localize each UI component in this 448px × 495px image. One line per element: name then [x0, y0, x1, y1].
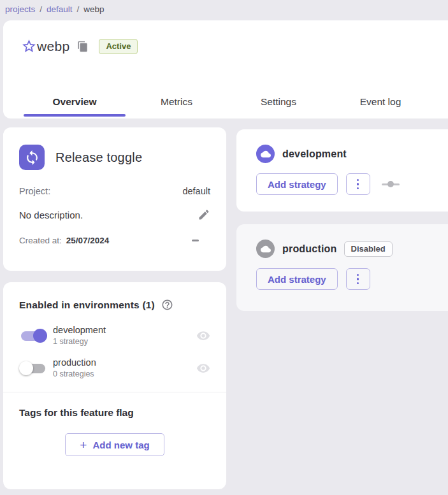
pencil-icon [198, 208, 210, 221]
env-name: development [53, 325, 106, 335]
development-toggle[interactable] [19, 328, 47, 343]
add-new-tag-label: Add new tag [92, 440, 149, 450]
production-toggle[interactable] [19, 361, 47, 376]
project-row: Project: default [19, 186, 210, 196]
environment-name: development [282, 148, 347, 160]
env-row-production: production 0 strategies [19, 357, 210, 378]
panel-header: production Disabled [256, 240, 448, 258]
environment-cloud-icon [256, 145, 275, 163]
copy-icon [77, 41, 89, 52]
page-title: webp [37, 39, 69, 54]
star-outline-icon [21, 38, 37, 54]
environments-title-row: Enabled in environments (1) [19, 299, 210, 311]
tab-event-log[interactable]: Event log [329, 85, 431, 118]
eye-icon [196, 361, 210, 375]
feature-title-row: webp Active [21, 38, 138, 54]
environment-cloud-icon [256, 240, 275, 258]
kebab-menu-icon [357, 274, 359, 276]
add-strategy-button[interactable]: Add strategy [256, 268, 338, 290]
breadcrumb-separator: / [40, 4, 42, 14]
help-button[interactable] [161, 299, 173, 311]
env-meta: production 0 strategies [53, 357, 96, 378]
env-name: production [53, 357, 96, 368]
environment-name: production [282, 243, 337, 255]
feature-header-card: webp Active Overview Metrics Settings Ev… [3, 20, 448, 118]
preview-development-button[interactable] [196, 329, 210, 343]
created-value: 25/07/2024 [66, 236, 110, 245]
release-toggle-icon [19, 145, 45, 170]
active-tab-indicator [24, 114, 126, 117]
add-new-tag-button[interactable]: + Add new tag [65, 433, 164, 456]
help-icon [161, 299, 173, 311]
breadcrumb-default[interactable]: default [47, 4, 73, 14]
environment-menu-button[interactable] [346, 173, 370, 195]
development-environment-panel: development Add strategy [236, 129, 448, 212]
copy-name-button[interactable] [77, 41, 89, 52]
toggle-knob [33, 329, 47, 343]
toggle-knob [19, 361, 33, 375]
created-row: Created at: 25/07/2024 [19, 236, 210, 245]
add-strategy-label: Add strategy [268, 274, 326, 285]
flag-details-card: Release toggle Project: default No descr… [3, 127, 226, 271]
project-value: default [182, 186, 210, 196]
plus-icon: + [80, 439, 87, 451]
tab-metrics[interactable]: Metrics [126, 85, 228, 118]
favorite-star-button[interactable] [21, 38, 37, 54]
minus-icon [192, 240, 199, 241]
edit-description-button[interactable] [198, 208, 210, 221]
add-strategy-label: Add strategy [268, 179, 326, 190]
section-divider [3, 392, 226, 392]
tags-title: Tags for this feature flag [19, 407, 210, 419]
description-text: No description. [19, 210, 83, 220]
created-label: Created at: [19, 236, 62, 245]
created-at: Created at: 25/07/2024 [19, 236, 109, 245]
panel-actions: Add strategy [256, 268, 448, 290]
add-strategy-button[interactable]: Add strategy [256, 173, 338, 195]
preview-production-button[interactable] [196, 361, 210, 375]
env-row-development: development 1 strategy [19, 325, 210, 346]
environments-title: Enabled in environments (1) [19, 299, 155, 311]
disabled-badge: Disabled [344, 241, 393, 257]
breadcrumb-current: webp [83, 4, 104, 14]
environments-card: Enabled in environments (1) development … [3, 282, 226, 489]
env-strategy-count: 0 strategies [53, 369, 96, 378]
tab-settings[interactable]: Settings [228, 85, 329, 118]
flag-type-label: Release toggle [55, 150, 142, 165]
env-meta: development 1 strategy [53, 325, 106, 346]
flag-type-row: Release toggle [19, 145, 210, 170]
breadcrumb-separator: / [77, 4, 80, 14]
description-row: No description. [19, 208, 210, 221]
project-label: Project: [19, 186, 50, 196]
env-strategy-count: 1 strategy [53, 337, 106, 346]
breadcrumb: projects / default / webp [5, 4, 105, 14]
panel-actions: Add strategy [256, 173, 448, 195]
production-environment-panel: production Disabled Add strategy [236, 224, 448, 311]
environment-menu-button[interactable] [346, 268, 370, 290]
eye-icon [196, 329, 210, 343]
kebab-menu-icon [357, 179, 359, 182]
breadcrumb-projects[interactable]: projects [5, 4, 35, 14]
drag-handle-icon [382, 181, 400, 187]
panel-header: development [256, 145, 448, 163]
status-badge: Active [99, 39, 138, 54]
